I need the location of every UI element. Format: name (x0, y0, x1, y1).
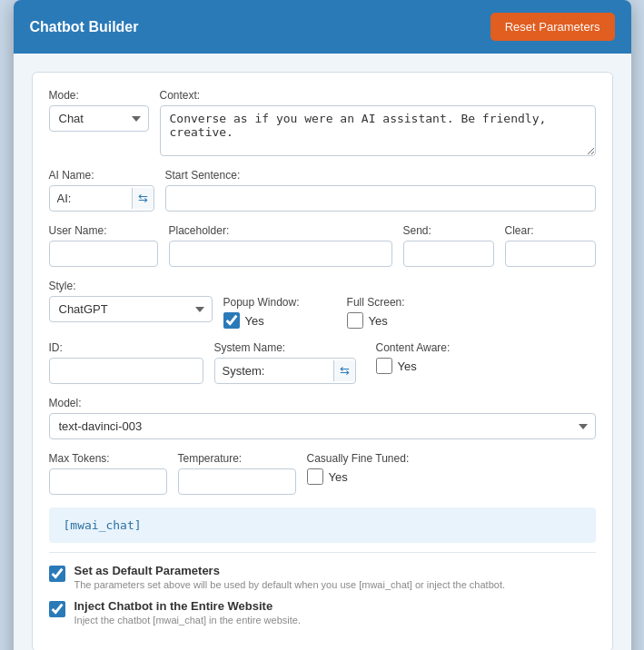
inject-chatbot-description: Inject the chatbot [mwai_chat] in the en… (74, 615, 301, 625)
popup-window-checkbox-label: Yes (245, 314, 264, 328)
form-card: Mode: Chat Assistant Custom Context: Con… (32, 72, 613, 650)
send-input[interactable]: Send (403, 241, 494, 267)
placeholder-label: Placeholder: (169, 224, 392, 237)
ai-name-input-wrapper: ⇆ (49, 185, 154, 212)
style-label: Style: (49, 280, 213, 292)
id-input[interactable] (49, 358, 203, 384)
id-label: ID: (49, 341, 203, 354)
max-tokens-field: Max Tokens: 1024 (49, 452, 167, 495)
system-name-icon[interactable]: ⇆ (333, 360, 355, 381)
style-field: Style: ChatGPT Bubble Classic (49, 280, 213, 322)
content-aware-checkbox-label: Yes (398, 359, 417, 373)
ai-name-field: AI Name: ⇆ (49, 169, 154, 212)
mode-label: Mode: (49, 89, 149, 102)
default-params-text: Set as Default Parameters The parameters… (74, 564, 506, 590)
default-params-checkbox[interactable] (49, 566, 65, 582)
ai-name-icon[interactable]: ⇆ (132, 188, 154, 209)
content-area: Mode: Chat Assistant Custom Context: Con… (14, 54, 631, 650)
divider (49, 552, 596, 553)
start-sentence-field: Start Sentence: Hi! How can I help you? (165, 169, 596, 212)
full-screen-checkbox[interactable] (347, 312, 363, 329)
username-field: User Name: User: (49, 224, 158, 267)
system-name-field: System Name: ⇆ (214, 341, 356, 384)
popup-window-checkbox-group: Yes (223, 312, 300, 329)
mode-field: Mode: Chat Assistant Custom (49, 89, 149, 132)
row-mode-context: Mode: Chat Assistant Custom Context: Con… (49, 89, 596, 156)
system-name-input[interactable] (215, 359, 333, 383)
row-model: Model: text-davinci-003 gpt-3.5-turbo gp… (49, 397, 596, 439)
casually-fine-tuned-field: Casually Fine Tuned: Yes (307, 452, 410, 485)
model-select[interactable]: text-davinci-003 gpt-3.5-turbo gpt-4 (49, 413, 596, 439)
inject-chatbot-text: Inject Chatbot in the Entire Website Inj… (74, 599, 301, 625)
full-screen-checkbox-label: Yes (369, 314, 388, 328)
window-title: Chatbot Builder (30, 19, 139, 35)
reset-parameters-button[interactable]: Reset Parameters (490, 13, 615, 41)
temperature-input[interactable]: 0.8 (178, 468, 296, 495)
context-textarea[interactable]: Converse as if you were an AI assistant.… (160, 105, 596, 156)
content-aware-field: Content Aware: Yes (376, 341, 451, 374)
casually-fine-tuned-checkbox-group: Yes (307, 468, 410, 485)
send-field: Send: Send (403, 224, 494, 267)
max-tokens-input[interactable]: 1024 (49, 468, 167, 495)
row-tokens-temp-tuned: Max Tokens: 1024 Temperature: 0.8 Casual… (49, 452, 596, 495)
send-label: Send: (403, 224, 494, 237)
inject-chatbot-row: Inject Chatbot in the Entire Website Inj… (49, 599, 596, 625)
shortcode-text: [mwai_chat] (64, 518, 142, 532)
clear-field: Clear: Clear (505, 224, 596, 267)
content-aware-label: Content Aware: (376, 341, 451, 354)
id-field: ID: (49, 341, 203, 384)
temperature-field: Temperature: 0.8 (178, 452, 296, 495)
titlebar: Chatbot Builder Reset Parameters (14, 0, 631, 54)
system-name-input-wrapper: ⇆ (214, 358, 356, 384)
full-screen-label: Full Screen: (347, 296, 405, 309)
popup-window-label: Popup Window: (223, 296, 300, 309)
row-username-etc: User Name: User: Placeholder: Type your … (49, 224, 596, 267)
ai-name-input[interactable] (50, 186, 132, 211)
default-params-row: Set as Default Parameters The parameters… (49, 564, 596, 590)
inject-chatbot-label: Inject Chatbot in the Entire Website (74, 599, 301, 613)
mode-select[interactable]: Chat Assistant Custom (49, 105, 149, 132)
max-tokens-label: Max Tokens: (49, 452, 167, 465)
placeholder-field: Placeholder: Type your message... (169, 224, 392, 267)
username-input[interactable]: User: (49, 241, 158, 267)
full-screen-checkbox-group: Yes (347, 312, 405, 329)
default-params-description: The parameters set above will be used by… (74, 579, 506, 590)
temperature-label: Temperature: (178, 452, 296, 465)
ai-name-label: AI Name: (49, 169, 154, 182)
clear-input[interactable]: Clear (505, 241, 596, 267)
popup-window-field: Popup Window: Yes (223, 296, 300, 329)
start-sentence-label: Start Sentence: (165, 169, 596, 182)
inject-chatbot-checkbox[interactable] (49, 601, 65, 617)
context-label: Context: (160, 89, 596, 102)
row-style-popup-fullscreen: Style: ChatGPT Bubble Classic Popup Wind… (49, 280, 596, 329)
row-id-sysname-contentaware: ID: System Name: ⇆ Content Aware: Yes (49, 341, 596, 384)
default-params-section: Set as Default Parameters The parameters… (49, 564, 596, 625)
chatbot-builder-window: Chatbot Builder Reset Parameters Mode: C… (14, 0, 631, 650)
context-field: Context: Converse as if you were an AI a… (160, 89, 596, 156)
clear-label: Clear: (505, 224, 596, 237)
style-select[interactable]: ChatGPT Bubble Classic (49, 296, 213, 322)
shortcode-box: [mwai_chat] (49, 507, 596, 543)
popup-window-checkbox[interactable] (223, 312, 240, 329)
row-ainame-startsentence: AI Name: ⇆ Start Sentence: Hi! How can I… (49, 169, 596, 212)
start-sentence-input[interactable]: Hi! How can I help you? (165, 185, 596, 212)
username-label: User Name: (49, 224, 158, 237)
system-name-label: System Name: (214, 341, 356, 354)
placeholder-input[interactable]: Type your message... (169, 241, 392, 267)
full-screen-field: Full Screen: Yes (347, 296, 405, 329)
default-params-label: Set as Default Parameters (74, 564, 506, 577)
content-aware-checkbox[interactable] (376, 358, 392, 374)
content-aware-checkbox-group: Yes (376, 358, 451, 374)
casually-fine-tuned-checkbox-label: Yes (329, 470, 348, 484)
model-label: Model: (49, 397, 82, 409)
casually-fine-tuned-checkbox[interactable] (307, 468, 323, 485)
casually-fine-tuned-label: Casually Fine Tuned: (307, 452, 410, 465)
